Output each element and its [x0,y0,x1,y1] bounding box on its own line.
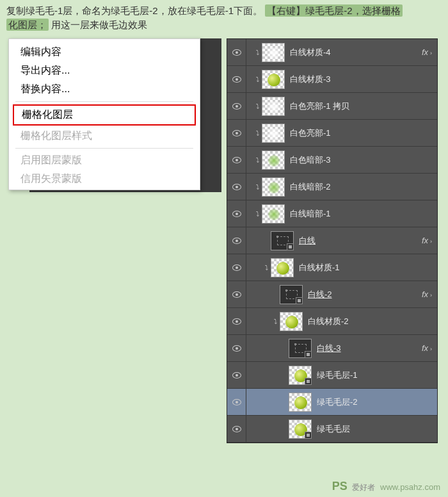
layer-name-label[interactable]: 白线暗部-2 [287,181,412,193]
indent-column [246,335,286,361]
layer-name-label[interactable]: 绿毛毛层 [314,423,412,435]
layer-thumbnail[interactable] [280,285,303,304]
clip-link-icon: ⤵ [256,129,259,136]
visibility-toggle[interactable] [227,120,246,146]
menu-export-content[interactable]: 导出内容... [9,61,200,80]
instruction-highlight-2: 化图层； [6,19,49,31]
layer-row[interactable]: ⤵白线材质-3 [227,66,437,93]
menu-edit-content[interactable]: 编辑内容 [9,43,200,61]
layer-thumbnail[interactable] [271,231,294,250]
indent-column: ⤵ [246,93,259,119]
visibility-toggle[interactable] [227,147,246,173]
layer-thumbnail[interactable] [289,393,312,412]
indent-column [246,389,286,415]
eye-icon [232,265,241,271]
visibility-toggle[interactable] [227,335,246,361]
layer-row[interactable]: ⤵白色亮部-1 拷贝 [227,93,437,120]
layer-name-label[interactable]: 白色亮部-1 拷贝 [287,101,412,112]
layer-thumbnail[interactable] [289,366,312,385]
visibility-toggle[interactable] [227,174,246,200]
layer-row[interactable]: ⤵白色亮部-1 [227,120,437,147]
layer-row[interactable]: ⤵白色暗部-3 [227,147,437,174]
instruction-part2: 用这一层来做毛边效果 [51,19,147,30]
layer-name-label[interactable]: 白色亮部-1 [287,127,412,139]
clip-link-icon: ⤵ [256,49,259,56]
layer-name-label[interactable]: 白线-3 [314,343,412,354]
layer-thumbnail[interactable] [262,97,285,116]
menu-replace-content[interactable]: 替换内容... [9,80,200,99]
indent-column [246,416,286,442]
eye-icon [232,103,241,110]
eye-icon [232,238,241,244]
thumb-content [268,155,280,167]
menu-rasterize-layer[interactable]: 栅格化图层 [13,104,196,126]
menu-separator [15,101,193,102]
layers-panel: ⤵白线材质-4fx›⤵白线材质-3⤵白色亮部-1 拷贝⤵白色亮部-1⤵白色暗部-… [227,38,438,443]
visibility-toggle[interactable] [227,93,246,119]
layer-thumbnail[interactable] [262,124,285,143]
visibility-toggle[interactable] [227,389,246,415]
thumb-content [268,101,280,113]
layer-thumbnail[interactable] [271,258,294,277]
layer-name-label[interactable]: 绿毛毛层-2 [314,396,412,408]
fx-indicator[interactable]: fx› [412,343,437,353]
fx-label: fx [422,289,428,299]
layer-name-label[interactable]: 白线材质-2 [305,316,412,327]
layer-name-label[interactable]: 白线 [296,235,412,247]
thumb-content [268,128,280,140]
layer-thumbnail[interactable] [262,43,285,62]
visibility-toggle[interactable] [227,308,246,334]
layer-name-label[interactable]: 白色暗部-3 [287,154,412,166]
layer-thumbnail[interactable] [262,151,285,170]
indent-column: ⤵ [246,120,259,146]
visibility-toggle[interactable] [227,416,246,442]
layer-row[interactable]: 绿毛毛层-2 [227,389,437,416]
layer-thumbnail[interactable] [280,312,303,331]
clip-link-icon: ⤵ [256,76,259,83]
visibility-toggle[interactable] [227,281,246,307]
layer-thumbnail[interactable] [262,204,285,224]
eye-icon [232,291,241,298]
layer-row[interactable]: 绿毛毛层 [227,416,437,443]
layer-name-label[interactable]: 白线-2 [305,289,412,300]
layer-row[interactable]: ⤵白线材质-2 [227,308,437,335]
indent-column: ⤵ [246,200,259,227]
layer-row[interactable]: ⤵白线暗部-1 [227,200,437,227]
layer-name-label[interactable]: 白线材质-3 [287,74,412,85]
layer-row[interactable]: 白线-2fx› [227,281,437,308]
layer-row[interactable]: ⤵白线材质-1 [227,254,437,281]
visibility-toggle[interactable] [227,254,246,281]
fx-indicator[interactable]: fx› [412,236,437,245]
layer-name-label[interactable]: 白线材质-4 [287,47,412,58]
chevron-right-icon: › [430,346,432,352]
fx-indicator[interactable]: fx› [412,289,437,299]
watermark-url: www.psahz.com [380,482,440,492]
visibility-toggle[interactable] [227,200,246,227]
eye-icon [232,345,241,352]
visibility-toggle[interactable] [227,227,246,254]
layer-row[interactable]: 白线-3fx› [227,335,437,362]
fx-label: fx [422,236,428,245]
visibility-toggle[interactable] [227,39,246,65]
layer-row[interactable]: ⤵白线材质-4fx› [227,39,437,66]
layer-name-label[interactable]: 绿毛毛层-1 [314,370,412,381]
smart-object-icon [305,432,312,439]
layer-thumbnail[interactable] [289,420,312,439]
layer-row[interactable]: 绿毛毛层-1 [227,362,437,389]
layer-thumbnail[interactable] [262,70,285,89]
eye-icon [232,130,241,136]
visibility-toggle[interactable] [227,66,246,92]
layer-thumbnail[interactable] [289,339,312,358]
fx-indicator[interactable]: fx› [412,47,437,57]
layer-name-label[interactable]: 白线材质-1 [296,262,412,273]
layer-row[interactable]: ⤵白线暗部-2 [227,174,437,200]
thumb-content [285,316,298,329]
thumb-content [268,182,280,193]
eye-icon [232,184,241,190]
layer-name-label[interactable]: 白线暗部-1 [287,208,412,220]
layer-thumbnail[interactable] [262,177,285,197]
layer-row[interactable]: 白线fx› [227,227,437,254]
visibility-toggle[interactable] [227,362,246,388]
smart-object-icon [287,243,294,250]
smart-object-icon [296,297,303,304]
